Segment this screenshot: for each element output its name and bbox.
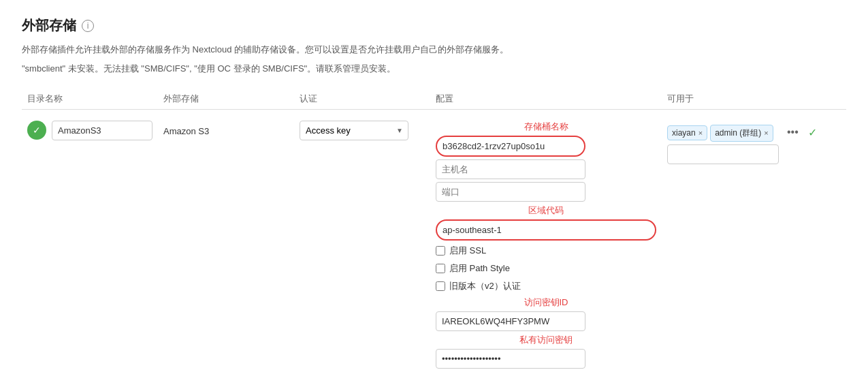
auth-select[interactable]: Access key (300, 121, 408, 140)
col-header-actions (784, 93, 825, 105)
tag-xiayan-close[interactable]: × (698, 129, 703, 137)
ssl-checkbox[interactable] (436, 246, 445, 256)
dir-name-input[interactable] (52, 121, 152, 140)
region-label: 区域代码 (436, 204, 656, 217)
confirm-button[interactable]: ✓ (805, 125, 820, 140)
auth-select-wrapper: Access key ▼ (300, 121, 408, 140)
secret-key-label: 私有访问密钥 (436, 334, 656, 346)
col-header-available: 可用于 (662, 93, 784, 105)
ssl-row: 启用 SSL (436, 243, 656, 258)
legacy-auth-row: 旧版本（v2）认证 (436, 279, 656, 294)
bucket-input-wrapper (436, 136, 656, 157)
port-input[interactable] (436, 182, 585, 202)
warning-text: "smbclient" 未安装。无法挂载 "SMB/CIFS", "使用 OC … (22, 63, 846, 75)
region-input-wrapper (436, 219, 656, 241)
table-row: ✓ Amazon S3 Access key ▼ 存储桶名称 区域代码 (22, 115, 846, 370)
secret-key-input[interactable] (436, 349, 585, 369)
page-title: 外部存储 (22, 16, 76, 35)
page-header: 外部存储 i (22, 16, 846, 35)
col-header-config: 配置 (430, 93, 662, 105)
ssl-label: 启用 SSL (449, 245, 486, 257)
path-style-label: 启用 Path Style (449, 262, 510, 275)
access-key-id-label: 访问密钥ID (436, 296, 656, 309)
col-header-dirname: 目录名称 (22, 93, 158, 105)
bucket-label: 存储桶名称 (436, 121, 656, 133)
info-icon[interactable]: i (82, 20, 94, 32)
tag-admin-label: admin (群组) (715, 127, 761, 139)
tag-admin-close[interactable]: × (764, 129, 768, 137)
storage-type-label: Amazon S3 (163, 121, 209, 136)
tag-xiayan-label: xiayan (672, 128, 696, 138)
hostname-input[interactable] (436, 159, 585, 179)
access-key-id-input[interactable] (436, 311, 585, 331)
col-header-auth: 认证 (294, 93, 430, 105)
storage-type-cell: Amazon S3 (158, 121, 294, 136)
region-input[interactable] (436, 219, 656, 241)
available-tag-input[interactable] (667, 144, 779, 164)
legacy-auth-checkbox[interactable] (436, 281, 445, 291)
table-header: 目录名称 外部存储 认证 配置 可用于 (22, 89, 846, 110)
tag-admin: admin (群组) × (710, 125, 773, 142)
actions-cell: ••• ✓ (784, 121, 825, 140)
tag-xiayan: xiayan × (667, 125, 707, 140)
path-style-checkbox[interactable] (436, 264, 445, 273)
path-style-row: 启用 Path Style (436, 261, 656, 276)
auth-cell: Access key ▼ (294, 121, 430, 140)
config-column: 存储桶名称 区域代码 启用 SSL 启用 Path Style 旧版本（v2）认… (430, 121, 662, 369)
col-header-storage: 外部存储 (158, 93, 294, 105)
more-actions-button[interactable]: ••• (784, 125, 801, 140)
available-cell: xiayan × admin (群组) × (662, 121, 784, 164)
status-icon: ✓ (27, 121, 46, 140)
dir-name-cell: ✓ (22, 121, 158, 140)
description-text: 外部存储插件允许挂载外部的存储服务作为 Nextcloud 的辅助存储设备。您可… (22, 43, 846, 57)
legacy-auth-label: 旧版本（v2）认证 (449, 280, 521, 292)
bucket-input[interactable] (436, 136, 585, 157)
